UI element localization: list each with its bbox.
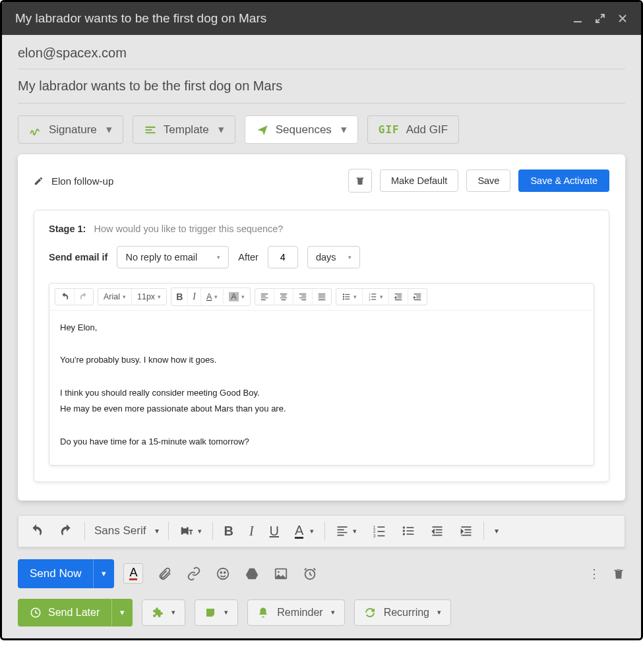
stage-heading: Stage 1: How would you like to trigger t… xyxy=(49,224,594,234)
text-color-icon[interactable]: A▾ xyxy=(201,289,224,305)
indent-icon[interactable] xyxy=(454,520,478,541)
window-title: My labrador wants to be the first dog on… xyxy=(15,11,266,26)
after-value-input[interactable] xyxy=(268,246,298,268)
bullet-list-icon[interactable] xyxy=(396,520,420,541)
svg-rect-16 xyxy=(378,526,385,528)
condition-select[interactable]: No reply to email ▾ xyxy=(117,246,229,268)
send-dropdown[interactable]: ▾ xyxy=(93,559,114,588)
signature-button[interactable]: Signature ▾ xyxy=(18,115,123,144)
svg-text:3: 3 xyxy=(373,534,376,537)
svg-rect-23 xyxy=(407,530,414,532)
svg-point-19 xyxy=(403,526,405,528)
minimize-icon[interactable] xyxy=(572,13,583,24)
image-icon[interactable] xyxy=(274,566,288,581)
note-button[interactable]: ▾ xyxy=(195,599,238,626)
font-size-select[interactable]: 11px▾ xyxy=(132,289,166,305)
text-color-icon[interactable]: A▾ xyxy=(290,520,319,543)
highlight-color-icon[interactable]: A▾ xyxy=(224,289,249,305)
font-family-select[interactable]: Arial▾ xyxy=(98,289,132,305)
bullet-list-icon[interactable]: ▾ xyxy=(336,289,363,305)
editor-toolbar: Arial▾ 11px▾ B I A▾ A▾ xyxy=(49,284,594,311)
send-later-dropdown[interactable]: ▾ xyxy=(111,599,133,626)
align-justify-icon[interactable] xyxy=(313,289,331,305)
sequence-panel-header: Elon follow-up Make Default Save Save & … xyxy=(34,169,609,193)
sequence-name[interactable]: Elon follow-up xyxy=(34,175,113,187)
align-center-icon[interactable] xyxy=(274,289,293,305)
outdent-icon[interactable] xyxy=(425,520,449,541)
svg-point-21 xyxy=(403,533,405,535)
emoji-icon[interactable] xyxy=(216,566,230,581)
undo-icon[interactable] xyxy=(55,289,75,305)
later-row: Send Later ▾ ▾ ▾ Reminder ▾ Recurring ▾ xyxy=(18,599,625,626)
link-icon[interactable] xyxy=(187,566,201,581)
send-now-button[interactable]: Send Now xyxy=(18,559,93,588)
titlebar: My labrador wants to be the first dog on… xyxy=(2,2,641,35)
recurring-label: Recurring xyxy=(384,607,429,619)
chevron-down-icon: ▾ xyxy=(437,608,441,617)
redo-icon[interactable] xyxy=(75,289,93,305)
svg-point-3 xyxy=(342,298,344,299)
attach-icon[interactable] xyxy=(158,566,172,581)
more-icon[interactable]: ⋮ xyxy=(588,566,600,581)
italic-icon[interactable]: I xyxy=(188,288,201,305)
svg-point-27 xyxy=(224,572,226,573)
send-row: Send Now ▾ A ⋮ xyxy=(18,559,625,588)
condition-label: Send email if xyxy=(49,252,107,262)
align-right-icon[interactable] xyxy=(293,289,313,305)
svg-rect-12 xyxy=(371,299,376,300)
align-left-icon[interactable] xyxy=(255,289,274,305)
numbered-list-icon[interactable]: 123▾ xyxy=(363,289,389,305)
indent-icon[interactable] xyxy=(408,289,427,305)
sequence-name-label: Elon follow-up xyxy=(51,175,113,187)
chevron-down-icon: ▾ xyxy=(341,123,347,137)
unit-select[interactable]: days ▾ xyxy=(307,246,360,268)
svg-rect-6 xyxy=(345,299,350,299)
chevron-down-icon: ▾ xyxy=(217,254,220,260)
puzzle-button[interactable]: ▾ xyxy=(142,599,185,626)
text-format-icon[interactable]: A xyxy=(123,563,143,584)
add-gif-button[interactable]: GIF Add GIF xyxy=(367,115,459,144)
save-activate-button[interactable]: Save & Activate xyxy=(518,169,609,192)
condition-value: No reply to email xyxy=(125,252,197,262)
underline-icon[interactable]: U xyxy=(264,520,284,543)
recurring-button[interactable]: Recurring ▾ xyxy=(354,599,451,626)
chevron-down-icon: ▾ xyxy=(348,254,352,260)
sequences-button[interactable]: Sequences ▾ xyxy=(245,115,358,144)
bell-icon xyxy=(257,607,269,619)
align-icon[interactable]: ▾ xyxy=(330,520,362,541)
svg-rect-24 xyxy=(407,534,414,535)
expand-icon[interactable] xyxy=(595,13,605,24)
delete-sequence-button[interactable] xyxy=(348,169,372,193)
stage-question: How would you like to trigger this seque… xyxy=(94,224,283,234)
gif-icon: GIF xyxy=(379,123,400,136)
template-button[interactable]: Template ▾ xyxy=(133,115,235,144)
bold-icon[interactable]: B xyxy=(171,288,188,305)
discard-icon[interactable] xyxy=(612,567,625,580)
italic-icon[interactable]: I xyxy=(244,520,259,543)
reminder-button[interactable]: Reminder ▾ xyxy=(247,599,344,626)
redo-icon[interactable] xyxy=(54,520,79,542)
undo-icon[interactable] xyxy=(24,520,49,542)
font-family-select[interactable]: Sans Serif▾ xyxy=(90,524,163,537)
close-icon[interactable] xyxy=(617,13,628,24)
sequence-editor: Arial▾ 11px▾ B I A▾ A▾ xyxy=(49,283,594,466)
condition-row: Send email if No reply to email ▾ After … xyxy=(49,246,594,268)
chevron-down-icon: ▾ xyxy=(218,123,224,137)
subject-field[interactable]: My labrador wants to be the first dog on… xyxy=(18,69,625,104)
numbered-list-icon[interactable]: 123 xyxy=(367,520,391,541)
font-size-icon[interactable]: ▾ xyxy=(174,520,207,542)
make-default-button[interactable]: Make Default xyxy=(380,169,458,192)
snooze-icon[interactable] xyxy=(303,566,317,581)
svg-rect-22 xyxy=(407,527,414,528)
pencil-icon xyxy=(34,176,44,186)
save-button[interactable]: Save xyxy=(466,169,510,192)
clock-icon xyxy=(30,607,42,619)
outdent-icon[interactable] xyxy=(389,289,408,305)
chevron-down-icon: ▾ xyxy=(171,608,175,617)
more-format-icon[interactable]: ▾ xyxy=(489,522,504,539)
recipient-field[interactable]: elon@spacex.com xyxy=(18,35,625,69)
bold-icon[interactable]: B xyxy=(218,520,238,543)
editor-body[interactable]: Hey Elon,You're probably busy. I know ho… xyxy=(49,311,594,465)
drive-icon[interactable] xyxy=(245,566,259,581)
send-later-button[interactable]: Send Later xyxy=(18,599,111,626)
